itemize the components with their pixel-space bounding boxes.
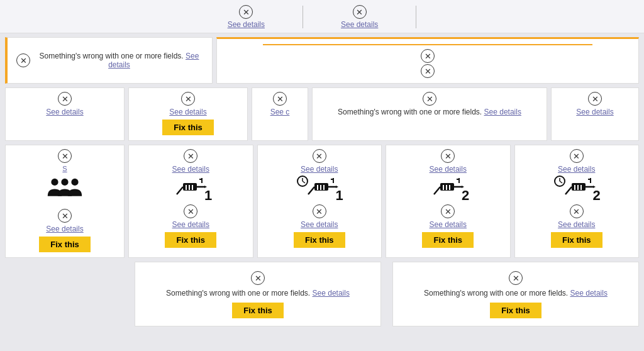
syringe2-num: 2 xyxy=(462,187,469,204)
bottom-card-2: ✕ Something's wrong with one or more fie… xyxy=(392,262,639,326)
syringe1-icon: 1 xyxy=(174,177,207,201)
close-icon-s2: ✕ xyxy=(441,149,455,163)
close-icon-s2b: ✕ xyxy=(441,204,455,218)
clock-syringe1-icon: 1 xyxy=(301,177,338,201)
fix-button-card2[interactable]: Fix this xyxy=(162,120,214,135)
svg-line-20 xyxy=(308,187,314,194)
svg-line-8 xyxy=(177,187,183,194)
fix-button-cs2[interactable]: Fix this xyxy=(551,232,602,248)
svg-rect-31 xyxy=(446,185,447,190)
bottom-spacer-left xyxy=(5,262,131,326)
close-icon-cs1: ✕ xyxy=(313,149,326,163)
fix-button-bc2[interactable]: Fix this xyxy=(490,303,541,318)
svg-point-0 xyxy=(51,179,58,186)
close-icon-bc1: ✕ xyxy=(251,271,265,285)
svg-rect-10 xyxy=(189,185,190,190)
close-icon-cs2b: ✕ xyxy=(570,204,584,218)
close-icon-cs2: ✕ xyxy=(570,149,584,163)
error-card-link[interactable]: See details xyxy=(484,108,521,116)
top-card-2: ✕ See details Fix this xyxy=(128,87,248,141)
svg-rect-30 xyxy=(443,185,444,190)
top-strip: ✕ See details ✕ See details xyxy=(0,0,644,33)
svg-rect-22 xyxy=(320,185,321,190)
bottom-card-1: ✕ Something's wrong with one or more fie… xyxy=(135,262,381,326)
banner-left-text: Something's wrong with one or more field… xyxy=(35,52,203,69)
error-card-text: Something's wrong with one or more field… xyxy=(338,108,482,116)
svg-rect-32 xyxy=(449,185,450,190)
fix-button-bc1[interactable]: Fix this xyxy=(232,303,284,318)
close-icon-error-card: ✕ xyxy=(423,92,436,106)
svg-rect-9 xyxy=(186,185,187,190)
mid-card-clock-syringe2: ✕ See details xyxy=(514,145,640,258)
mid-icon-row: ✕ S ✕ See details Fix this xyxy=(5,145,639,258)
svg-line-14 xyxy=(303,181,305,183)
svg-point-1 xyxy=(61,179,68,186)
svg-rect-42 xyxy=(574,185,575,190)
close-icon-card1: ✕ xyxy=(58,92,72,106)
vertical-divider xyxy=(303,6,303,28)
svg-rect-11 xyxy=(192,185,193,190)
see-details-cs2[interactable]: See details xyxy=(558,165,595,174)
clock-syringe2-num: 2 xyxy=(593,187,601,204)
see-details-s2b[interactable]: See details xyxy=(430,220,467,229)
svg-rect-23 xyxy=(323,185,325,190)
bc1-text: Something's wrong with one or more field… xyxy=(166,289,310,298)
clock-syringe1-num: 1 xyxy=(336,187,343,204)
banner-left: ✕ Something's wrong with one or more fie… xyxy=(5,37,213,84)
top-card-3: ✕ See c xyxy=(252,87,308,141)
close-icon-banner-center-1: ✕ xyxy=(421,49,435,63)
svg-rect-21 xyxy=(317,185,318,190)
fix-button-s1[interactable]: Fix this xyxy=(165,232,216,248)
close-icon-card3: ✕ xyxy=(273,92,287,106)
see-details-card5[interactable]: See details xyxy=(576,108,613,116)
svg-line-29 xyxy=(434,187,440,194)
see-details-s1[interactable]: See details xyxy=(172,165,209,174)
mid-card-clock-syringe1: ✕ See details xyxy=(257,145,382,258)
svg-point-2 xyxy=(71,179,78,186)
see-details-card3[interactable]: See c xyxy=(270,108,290,116)
bc2-msg: Something's wrong with one or more field… xyxy=(424,289,608,298)
banner-row: ✕ Something's wrong with one or more fie… xyxy=(5,37,639,84)
close-icon-card5: ✕ xyxy=(588,92,602,106)
see-details-card2[interactable]: See details xyxy=(169,108,206,116)
clock-syringe2-icon: 2 xyxy=(558,177,596,201)
top-card-1: ✕ See details xyxy=(5,87,125,141)
svg-rect-43 xyxy=(577,185,579,190)
bc1-msg: Something's wrong with one or more field… xyxy=(166,289,350,298)
top-card-5: ✕ See details xyxy=(551,87,639,141)
see-details-cs1[interactable]: See details xyxy=(301,165,338,174)
see-details-cs1b[interactable]: See details xyxy=(301,220,338,229)
close-icon-bc2: ✕ xyxy=(509,271,523,285)
syringe1-num: 1 xyxy=(204,187,212,204)
see-details-s1b[interactable]: See details xyxy=(172,220,209,229)
bc1-link[interactable]: See details xyxy=(313,289,350,298)
bc2-link[interactable]: See details xyxy=(570,289,608,298)
middle-rows: ✕ S ✕ See details Fix this xyxy=(0,145,644,258)
see-details-people[interactable]: S xyxy=(62,165,67,172)
error-card-msg: Something's wrong with one or more field… xyxy=(338,108,521,116)
see-details-s2[interactable]: See details xyxy=(430,165,467,174)
see-details-ts1[interactable]: See details xyxy=(228,20,265,29)
see-details-people-2[interactable]: See details xyxy=(46,225,83,233)
bc2-text: Something's wrong with one or more field… xyxy=(424,289,568,298)
svg-line-41 xyxy=(565,187,572,194)
see-details-card1[interactable]: See details xyxy=(46,108,83,116)
close-icon-banner-left: ✕ xyxy=(16,53,30,67)
close-icon-cs1b: ✕ xyxy=(313,204,326,218)
top-cards-row: ✕ See details ✕ See details Fix this ✕ S… xyxy=(5,87,639,141)
mid-card-syringe1: ✕ See details 1 ✕ xyxy=(128,145,253,258)
fix-button-cs1[interactable]: Fix this xyxy=(294,232,345,248)
bottom-mid-spacer xyxy=(385,262,389,326)
close-icon-s1: ✕ xyxy=(184,149,197,163)
see-details-cs2b[interactable]: See details xyxy=(558,220,595,229)
banner-center: ✕ ✕ xyxy=(216,37,639,84)
top-error-card: ✕ Something's wrong with one or more fie… xyxy=(312,87,547,141)
fix-button-s2[interactable]: Fix this xyxy=(422,232,474,248)
syringe2-icon: 2 xyxy=(431,177,464,201)
fix-button-people[interactable]: Fix this xyxy=(39,237,91,252)
close-icon-card2: ✕ xyxy=(181,92,195,106)
orange-line xyxy=(263,44,592,45)
top-strip-item-2: ✕ See details xyxy=(341,5,378,29)
svg-line-35 xyxy=(560,181,562,183)
see-details-ts2[interactable]: See details xyxy=(341,20,378,29)
